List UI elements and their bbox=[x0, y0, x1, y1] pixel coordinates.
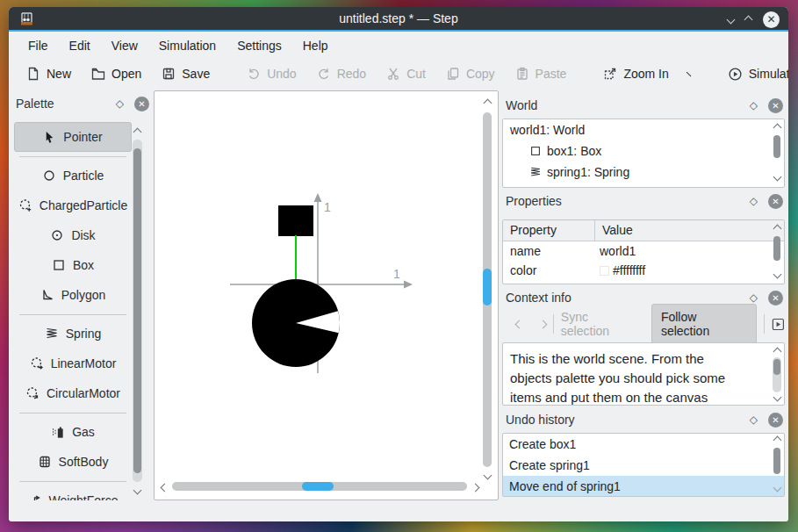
context-info-panel: Context info ◇ ✕ Sync selection Follow s… bbox=[502, 286, 785, 406]
redo-button[interactable]: Redo bbox=[310, 62, 373, 85]
follow-selection-button[interactable]: Follow selection bbox=[651, 304, 757, 344]
pointer-icon bbox=[43, 131, 56, 144]
softbody-icon bbox=[38, 455, 52, 469]
palette-item-chargedparticle[interactable]: ChargedParticle bbox=[14, 191, 132, 220]
context-popout-icon[interactable] bbox=[772, 318, 785, 331]
cut-button[interactable]: Cut bbox=[379, 62, 433, 85]
toolbar-overflow-chevron[interactable] bbox=[686, 71, 691, 76]
palette-item-linearmotor[interactable]: LinearMotor bbox=[14, 349, 132, 378]
palette-item-gas[interactable]: Gas bbox=[14, 417, 132, 447]
menu-view[interactable]: View bbox=[103, 35, 147, 56]
paste-button[interactable]: Paste bbox=[508, 62, 574, 85]
sync-selection-button[interactable]: Sync selection bbox=[561, 310, 639, 338]
color-swatch bbox=[600, 266, 609, 276]
spring1-object[interactable] bbox=[295, 235, 297, 279]
new-button[interactable]: New bbox=[19, 62, 78, 85]
undo-history-panel: Undo history ◇ ✕ Create box1 Create spri… bbox=[502, 408, 785, 500]
undo-item-move-end-of-spring1[interactable]: Move end of spring1 bbox=[503, 476, 784, 497]
close-panel-icon[interactable]: ✕ bbox=[768, 291, 783, 306]
palette-item-box[interactable]: Box bbox=[14, 250, 132, 280]
minimize-button[interactable] bbox=[727, 15, 736, 24]
menu-edit[interactable]: Edit bbox=[61, 35, 99, 56]
x-axis-arrowhead bbox=[404, 281, 413, 289]
palette-panel: Palette ◇ ✕ Pointer Particle ChargedPart… bbox=[12, 92, 151, 500]
property-row-time[interactable]: time 0.0 s bbox=[503, 280, 784, 284]
float-panel-icon[interactable]: ◇ bbox=[116, 97, 124, 110]
close-panel-icon[interactable]: ✕ bbox=[768, 413, 783, 428]
float-panel-icon[interactable]: ◇ bbox=[750, 413, 758, 426]
world-canvas[interactable]: 1 1 bbox=[154, 90, 499, 500]
palette-item-spring[interactable]: Spring bbox=[14, 319, 132, 349]
new-file-icon bbox=[26, 67, 40, 81]
palette-header: Palette ◇ ✕ bbox=[12, 92, 151, 115]
menubar: File Edit View Simulation Settings Help bbox=[9, 33, 788, 57]
world-tree: world1: World box1: Box spring1: Spring bbox=[502, 119, 785, 188]
copy-icon bbox=[446, 67, 460, 81]
simulate-button[interactable]: Simulate bbox=[721, 62, 788, 86]
column-header-property[interactable]: Property bbox=[503, 220, 595, 241]
y-axis-label: 1 bbox=[324, 200, 331, 214]
close-button[interactable]: ✕ bbox=[763, 11, 780, 28]
undo-item-create-box1[interactable]: Create box1 bbox=[503, 434, 784, 455]
canvas-vscrollbar-thumb[interactable] bbox=[483, 269, 492, 306]
context-scroll-up-icon[interactable] bbox=[773, 348, 782, 356]
palette-scrollbar-thumb[interactable] bbox=[133, 148, 141, 473]
palette-item-disk[interactable]: Disk bbox=[14, 220, 132, 250]
properties-scrollbar-thumb[interactable] bbox=[773, 236, 780, 261]
titlebar[interactable]: untitled.step * — Step ✕ bbox=[9, 7, 788, 32]
properties-table-header: Property Value bbox=[503, 220, 784, 241]
zoom-in-icon bbox=[603, 67, 617, 81]
palette-scroll-up-icon[interactable] bbox=[133, 128, 142, 137]
disk-object[interactable] bbox=[251, 278, 341, 368]
canvas-hscrollbar[interactable] bbox=[172, 482, 467, 491]
close-panel-icon[interactable]: ✕ bbox=[768, 194, 783, 209]
zoom-in-button[interactable]: Zoom In bbox=[596, 62, 675, 85]
undo-item-create-spring1[interactable]: Create spring1 bbox=[503, 455, 784, 476]
tree-item-world1[interactable]: world1: World bbox=[503, 119, 784, 140]
context-back-icon[interactable] bbox=[515, 320, 524, 328]
save-button[interactable]: Save bbox=[155, 62, 217, 85]
palette-item-polygon[interactable]: Polygon bbox=[14, 280, 132, 310]
copy-button[interactable]: Copy bbox=[439, 62, 502, 85]
simulate-play-icon bbox=[728, 67, 743, 82]
undo-button[interactable]: Undo bbox=[240, 62, 303, 85]
palette-item-weightforce[interactable]: WeightForce bbox=[14, 485, 132, 500]
menu-simulation[interactable]: Simulation bbox=[150, 35, 225, 56]
property-row-name[interactable]: name world1 bbox=[503, 241, 784, 261]
undo-scrollbar-thumb[interactable] bbox=[773, 448, 780, 474]
box1-object[interactable] bbox=[278, 205, 313, 236]
column-header-value[interactable]: Value bbox=[595, 220, 640, 241]
menu-file[interactable]: File bbox=[19, 35, 57, 56]
context-text-box: This is the world scene. From the object… bbox=[502, 342, 785, 406]
cut-scissors-icon bbox=[386, 67, 400, 81]
tree-item-box1[interactable]: box1: Box bbox=[503, 140, 784, 162]
palette-item-softbody[interactable]: SoftBody bbox=[14, 447, 132, 477]
float-panel-icon[interactable]: ◇ bbox=[750, 99, 758, 111]
palette-item-circularmotor[interactable]: CircularMotor bbox=[14, 378, 132, 408]
menu-help[interactable]: Help bbox=[294, 35, 337, 56]
close-panel-icon[interactable]: ✕ bbox=[134, 97, 149, 111]
palette-item-pointer[interactable]: Pointer bbox=[14, 122, 132, 152]
menu-settings[interactable]: Settings bbox=[228, 35, 291, 56]
canvas-vscrollbar[interactable] bbox=[483, 112, 492, 467]
float-panel-icon[interactable]: ◇ bbox=[750, 291, 758, 304]
context-info-title: Context info bbox=[502, 291, 750, 305]
context-text-line: items and put them on the canvas bbox=[510, 388, 759, 406]
canvas-hscrollbar-thumb[interactable] bbox=[302, 482, 334, 491]
open-button[interactable]: Open bbox=[84, 62, 148, 85]
context-forward-icon[interactable] bbox=[538, 320, 547, 328]
world-scrollbar-thumb[interactable] bbox=[773, 135, 780, 158]
palette-item-particle[interactable]: Particle bbox=[14, 161, 132, 191]
palette-scroll-down-icon[interactable] bbox=[133, 486, 142, 495]
context-scroll-down-icon[interactable] bbox=[773, 393, 782, 402]
close-panel-icon[interactable]: ✕ bbox=[768, 98, 783, 113]
tree-item-spring1[interactable]: spring1: Spring bbox=[503, 162, 784, 183]
context-scrollbar-thumb[interactable] bbox=[773, 359, 780, 375]
maximize-button[interactable] bbox=[744, 15, 753, 24]
main-toolbar: New Open Save Undo Redo Cut Copy P bbox=[9, 57, 788, 90]
property-row-color[interactable]: color #ffffffff bbox=[503, 261, 784, 280]
palette-scrollbar[interactable] bbox=[133, 140, 142, 482]
spring-icon bbox=[45, 327, 59, 341]
float-panel-icon[interactable]: ◇ bbox=[750, 195, 758, 207]
context-toolbar: Sync selection Follow selection bbox=[502, 309, 785, 339]
